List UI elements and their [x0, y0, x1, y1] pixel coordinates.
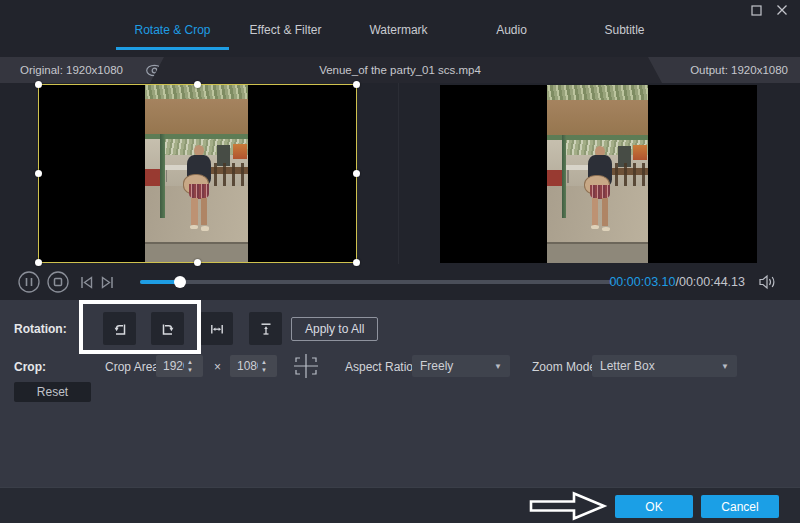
ok-button[interactable]: OK	[615, 495, 693, 518]
tab-watermark[interactable]: Watermark	[342, 14, 455, 50]
crop-selection-box[interactable]	[38, 84, 357, 263]
chevron-down-icon: ▼	[721, 362, 729, 371]
crop-height-spinbox: ▲ ▼	[230, 355, 277, 377]
close-icon	[776, 4, 788, 16]
output-preview	[440, 85, 757, 263]
maximize-icon	[752, 6, 761, 15]
seek-slider[interactable]	[140, 280, 612, 284]
flip-horizontal-button[interactable]	[200, 312, 233, 345]
flip-vertical-icon	[258, 321, 274, 337]
close-button[interactable]	[774, 3, 790, 17]
tab-subtitle[interactable]: Subtitle	[568, 14, 681, 50]
rotate-crop-dialog: Rotate & Crop Effect & Filter Watermark …	[0, 0, 800, 523]
seek-slider-handle[interactable]	[174, 276, 186, 288]
rotate-right-button[interactable]	[151, 312, 184, 345]
aspect-ratio-label: Aspect Ratio:	[345, 360, 416, 374]
scene-footr	[602, 227, 610, 232]
scene-post	[562, 135, 567, 219]
crop-handle-middle-right[interactable]	[353, 170, 360, 177]
preview-area	[0, 83, 800, 264]
pause-button[interactable]	[17, 270, 41, 294]
zoom-mode-label: Zoom Mode:	[532, 360, 599, 374]
crop-area-label: Crop Area:	[105, 360, 162, 374]
output-resolution-tab: Output: 1920x1080	[648, 57, 800, 83]
zoom-mode-dropdown[interactable]: Letter Box ▼	[592, 355, 737, 377]
crop-width-input[interactable]	[156, 359, 184, 373]
speaker-icon	[757, 274, 777, 290]
video-filename: Venue_of the party_01 scs.mp4	[200, 57, 600, 83]
crop-height-input[interactable]	[230, 359, 258, 373]
eye-icon[interactable]	[145, 64, 164, 77]
crop-handle-top-left[interactable]	[35, 81, 42, 88]
stop-button[interactable]	[46, 270, 70, 294]
flip-vertical-button[interactable]	[249, 312, 282, 345]
rotate-right-icon	[160, 321, 176, 337]
crop-times-sign: ×	[214, 360, 221, 374]
reset-button[interactable]: Reset	[14, 382, 91, 402]
original-resolution-tab: Original: 1920x1080	[0, 57, 164, 83]
rotate-left-icon	[112, 321, 128, 337]
crop-position-button[interactable]	[291, 353, 321, 379]
scene-wall	[547, 100, 648, 135]
next-frame-button[interactable]	[99, 275, 116, 290]
crop-handle-top-middle[interactable]	[194, 81, 201, 88]
rotation-label: Rotation:	[14, 322, 67, 336]
playback-bar: 00:00:03.10/00:00:44.13	[0, 264, 800, 300]
flip-horizontal-icon	[209, 321, 225, 337]
rotate-left-button[interactable]	[103, 312, 136, 345]
zoom-mode-value: Letter Box	[600, 359, 655, 373]
output-resolution-label: Output: 1920x1080	[690, 64, 788, 76]
annotation-arrow-icon	[528, 490, 608, 522]
pause-icon	[17, 270, 41, 294]
seek-slider-fill	[140, 280, 180, 284]
output-video-content	[547, 85, 648, 263]
crop-label: Crop:	[14, 360, 46, 374]
original-preview	[38, 84, 357, 263]
scene-tleg1	[567, 170, 569, 182]
scene-canopy	[547, 85, 648, 100]
tab-rotate-crop[interactable]: Rotate & Crop	[116, 14, 229, 50]
crop-width-spinbox: ▲ ▼	[156, 355, 203, 377]
total-time: 00:00:44.13	[679, 275, 745, 289]
scene-curb	[547, 242, 648, 263]
scene-legl	[592, 198, 598, 226]
previous-frame-button[interactable]	[78, 275, 95, 290]
edit-controls-panel: Rotation:	[0, 300, 800, 487]
crop-height-decrement[interactable]: ▼	[259, 366, 269, 374]
aspect-ratio-dropdown[interactable]: Freely ▼	[412, 355, 510, 377]
original-resolution-label: Original: 1920x1080	[20, 64, 123, 76]
scene-redcloth	[547, 170, 562, 188]
tab-bar: Rotate & Crop Effect & Filter Watermark …	[116, 14, 681, 50]
crop-width-decrement[interactable]: ▼	[185, 366, 195, 374]
previous-frame-icon	[78, 275, 95, 290]
apply-to-all-button[interactable]: Apply to All	[291, 317, 378, 341]
next-frame-icon	[99, 275, 116, 290]
chevron-down-icon: ▼	[494, 362, 502, 371]
info-bar: Venue_of the party_01 scs.mp4 Original: …	[0, 57, 800, 83]
footer-bar: OK Cancel	[0, 487, 800, 523]
preview-divider	[398, 83, 399, 264]
crop-width-increment[interactable]: ▲	[185, 358, 195, 366]
timecode: 00:00:03.10/00:00:44.13	[609, 264, 745, 300]
cancel-button[interactable]: Cancel	[701, 495, 779, 518]
stop-icon	[46, 270, 70, 294]
current-time: 00:00:03.10	[609, 275, 675, 289]
scene-skirt	[590, 185, 610, 199]
maximize-button[interactable]	[748, 3, 764, 17]
tab-effect-filter[interactable]: Effect & Filter	[229, 14, 342, 50]
volume-button[interactable]	[757, 274, 777, 290]
crop-handle-top-right[interactable]	[353, 81, 360, 88]
crop-position-crosshair-icon	[291, 353, 321, 379]
scene-legr	[602, 198, 608, 226]
crop-handle-middle-left[interactable]	[35, 170, 42, 177]
scene-sign	[633, 145, 647, 160]
aspect-ratio-value: Freely	[420, 359, 453, 373]
tab-audio[interactable]: Audio	[455, 14, 568, 50]
crop-height-increment[interactable]: ▲	[259, 358, 269, 366]
